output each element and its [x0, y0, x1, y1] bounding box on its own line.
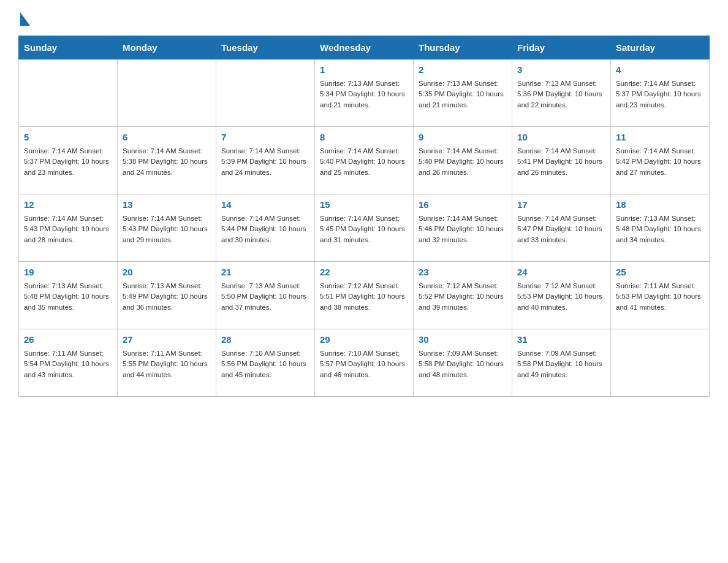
- day-info: Sunrise: 7:14 AM Sunset: 5:47 PM Dayligh…: [517, 213, 605, 246]
- calendar-cell: 30Sunrise: 7:09 AM Sunset: 5:58 PM Dayli…: [414, 329, 512, 397]
- day-info: Sunrise: 7:09 AM Sunset: 5:58 PM Dayligh…: [419, 348, 507, 381]
- day-info: Sunrise: 7:14 AM Sunset: 5:39 PM Dayligh…: [221, 146, 309, 178]
- day-number: 5: [24, 131, 112, 145]
- day-info: Sunrise: 7:10 AM Sunset: 5:57 PM Dayligh…: [320, 348, 408, 381]
- calendar-body: 1Sunrise: 7:13 AM Sunset: 5:34 PM Daylig…: [19, 59, 710, 397]
- day-info: Sunrise: 7:09 AM Sunset: 5:58 PM Dayligh…: [517, 348, 605, 381]
- day-number: 3: [517, 63, 605, 77]
- day-info: Sunrise: 7:14 AM Sunset: 5:43 PM Dayligh…: [123, 213, 211, 246]
- day-number: 11: [616, 131, 704, 145]
- column-header-saturday: Saturday: [611, 36, 710, 59]
- logo-triangle-icon: [20, 12, 30, 26]
- day-info: Sunrise: 7:12 AM Sunset: 5:51 PM Dayligh…: [320, 281, 408, 313]
- day-number: 23: [419, 266, 507, 280]
- day-info: Sunrise: 7:14 AM Sunset: 5:37 PM Dayligh…: [616, 79, 704, 111]
- calendar-week-1: 1Sunrise: 7:13 AM Sunset: 5:34 PM Daylig…: [19, 59, 710, 127]
- calendar-table: SundayMondayTuesdayWednesdayThursdayFrid…: [18, 36, 710, 397]
- day-info: Sunrise: 7:13 AM Sunset: 5:50 PM Dayligh…: [221, 281, 309, 313]
- day-number: 9: [419, 131, 507, 145]
- day-info: Sunrise: 7:14 AM Sunset: 5:45 PM Dayligh…: [320, 213, 408, 246]
- calendar-cell: [19, 59, 118, 127]
- column-header-sunday: Sunday: [19, 36, 118, 59]
- day-number: 12: [24, 198, 112, 212]
- day-number: 24: [517, 266, 605, 280]
- calendar-week-5: 26Sunrise: 7:11 AM Sunset: 5:54 PM Dayli…: [19, 329, 710, 397]
- day-info: Sunrise: 7:13 AM Sunset: 5:34 PM Dayligh…: [320, 79, 408, 111]
- calendar-cell: [611, 329, 710, 397]
- day-info: Sunrise: 7:14 AM Sunset: 5:42 PM Dayligh…: [616, 146, 704, 178]
- calendar-cell: 23Sunrise: 7:12 AM Sunset: 5:52 PM Dayli…: [414, 262, 512, 329]
- calendar-header: SundayMondayTuesdayWednesdayThursdayFrid…: [19, 36, 710, 59]
- calendar-cell: 4Sunrise: 7:14 AM Sunset: 5:37 PM Daylig…: [611, 59, 710, 127]
- column-header-tuesday: Tuesday: [216, 36, 315, 59]
- calendar-cell: 19Sunrise: 7:13 AM Sunset: 5:48 PM Dayli…: [19, 262, 118, 329]
- day-info: Sunrise: 7:11 AM Sunset: 5:54 PM Dayligh…: [24, 348, 112, 381]
- calendar-cell: 15Sunrise: 7:14 AM Sunset: 5:45 PM Dayli…: [315, 194, 414, 262]
- calendar-cell: 5Sunrise: 7:14 AM Sunset: 5:37 PM Daylig…: [19, 127, 118, 194]
- day-info: Sunrise: 7:13 AM Sunset: 5:49 PM Dayligh…: [123, 281, 211, 313]
- day-number: 1: [320, 63, 408, 77]
- calendar-cell: 6Sunrise: 7:14 AM Sunset: 5:38 PM Daylig…: [118, 127, 216, 194]
- day-info: Sunrise: 7:12 AM Sunset: 5:53 PM Dayligh…: [517, 281, 605, 313]
- calendar-cell: 12Sunrise: 7:14 AM Sunset: 5:43 PM Dayli…: [19, 194, 118, 262]
- day-info: Sunrise: 7:12 AM Sunset: 5:52 PM Dayligh…: [419, 281, 507, 313]
- day-number: 10: [517, 131, 605, 145]
- day-info: Sunrise: 7:14 AM Sunset: 5:43 PM Dayligh…: [24, 213, 112, 246]
- header-row: SundayMondayTuesdayWednesdayThursdayFrid…: [19, 36, 710, 59]
- day-number: 8: [320, 131, 408, 145]
- calendar-cell: 9Sunrise: 7:14 AM Sunset: 5:40 PM Daylig…: [414, 127, 512, 194]
- day-info: Sunrise: 7:13 AM Sunset: 5:35 PM Dayligh…: [419, 79, 507, 111]
- day-number: 13: [123, 198, 211, 212]
- day-info: Sunrise: 7:13 AM Sunset: 5:48 PM Dayligh…: [616, 213, 704, 246]
- calendar-cell: [216, 59, 315, 127]
- day-number: 28: [221, 333, 309, 347]
- day-number: 22: [320, 266, 408, 280]
- calendar-cell: 20Sunrise: 7:13 AM Sunset: 5:49 PM Dayli…: [118, 262, 216, 329]
- day-info: Sunrise: 7:11 AM Sunset: 5:53 PM Dayligh…: [616, 281, 704, 313]
- day-info: Sunrise: 7:14 AM Sunset: 5:38 PM Dayligh…: [123, 146, 211, 178]
- calendar-week-3: 12Sunrise: 7:14 AM Sunset: 5:43 PM Dayli…: [19, 194, 710, 262]
- day-number: 19: [24, 266, 112, 280]
- day-info: Sunrise: 7:13 AM Sunset: 5:48 PM Dayligh…: [24, 281, 112, 313]
- calendar-cell: 3Sunrise: 7:13 AM Sunset: 5:36 PM Daylig…: [512, 59, 611, 127]
- day-info: Sunrise: 7:14 AM Sunset: 5:40 PM Dayligh…: [419, 146, 507, 178]
- day-number: 21: [221, 266, 309, 280]
- day-number: 14: [221, 198, 309, 212]
- calendar-cell: 25Sunrise: 7:11 AM Sunset: 5:53 PM Dayli…: [611, 262, 710, 329]
- calendar-cell: 28Sunrise: 7:10 AM Sunset: 5:56 PM Dayli…: [216, 329, 315, 397]
- day-number: 20: [123, 266, 211, 280]
- calendar-cell: 18Sunrise: 7:13 AM Sunset: 5:48 PM Dayli…: [611, 194, 710, 262]
- calendar-week-4: 19Sunrise: 7:13 AM Sunset: 5:48 PM Dayli…: [19, 262, 710, 329]
- calendar-cell: 2Sunrise: 7:13 AM Sunset: 5:35 PM Daylig…: [414, 59, 512, 127]
- column-header-thursday: Thursday: [414, 36, 512, 59]
- day-number: 31: [517, 333, 605, 347]
- calendar-cell: [118, 59, 216, 127]
- day-info: Sunrise: 7:14 AM Sunset: 5:37 PM Dayligh…: [24, 146, 112, 178]
- day-number: 4: [616, 63, 704, 77]
- calendar-cell: 8Sunrise: 7:14 AM Sunset: 5:40 PM Daylig…: [315, 127, 414, 194]
- day-number: 18: [616, 198, 704, 212]
- calendar-cell: 26Sunrise: 7:11 AM Sunset: 5:54 PM Dayli…: [19, 329, 118, 397]
- calendar-cell: 27Sunrise: 7:11 AM Sunset: 5:55 PM Dayli…: [118, 329, 216, 397]
- calendar-cell: 29Sunrise: 7:10 AM Sunset: 5:57 PM Dayli…: [315, 329, 414, 397]
- column-header-friday: Friday: [512, 36, 611, 59]
- day-number: 17: [517, 198, 605, 212]
- day-number: 26: [24, 333, 112, 347]
- day-number: 29: [320, 333, 408, 347]
- calendar-cell: 11Sunrise: 7:14 AM Sunset: 5:42 PM Dayli…: [611, 127, 710, 194]
- column-header-wednesday: Wednesday: [315, 36, 414, 59]
- calendar-cell: 10Sunrise: 7:14 AM Sunset: 5:41 PM Dayli…: [512, 127, 611, 194]
- day-number: 7: [221, 131, 309, 145]
- column-header-monday: Monday: [118, 36, 216, 59]
- page-header: [18, 12, 710, 23]
- day-number: 16: [419, 198, 507, 212]
- day-info: Sunrise: 7:13 AM Sunset: 5:36 PM Dayligh…: [517, 79, 605, 111]
- day-number: 25: [616, 266, 704, 280]
- logo: [18, 12, 30, 23]
- calendar-week-2: 5Sunrise: 7:14 AM Sunset: 5:37 PM Daylig…: [19, 127, 710, 194]
- day-number: 2: [419, 63, 507, 77]
- calendar-cell: 1Sunrise: 7:13 AM Sunset: 5:34 PM Daylig…: [315, 59, 414, 127]
- day-info: Sunrise: 7:14 AM Sunset: 5:41 PM Dayligh…: [517, 146, 605, 178]
- day-number: 30: [419, 333, 507, 347]
- calendar-cell: 13Sunrise: 7:14 AM Sunset: 5:43 PM Dayli…: [118, 194, 216, 262]
